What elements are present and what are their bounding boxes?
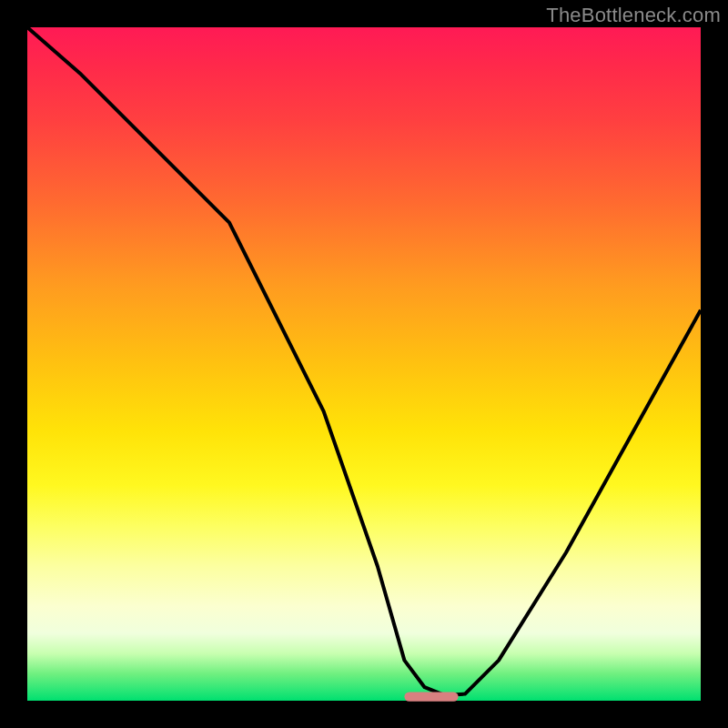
curve-svg [27,27,701,701]
watermark-text: TheBottleneck.com [546,4,721,27]
optimal-marker-rect [404,692,458,701]
plot-area [27,27,701,701]
bottleneck-curve-path [27,27,701,695]
bottleneck-chart: TheBottleneck.com [0,0,728,728]
